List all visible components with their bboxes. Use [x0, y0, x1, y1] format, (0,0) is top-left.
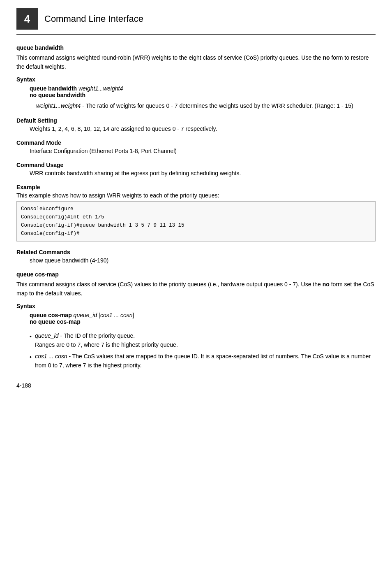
header-title: Command Line Interface: [44, 14, 143, 24]
syntax-cos-line-1: queue cos-map queue_id [cos1 ... cosn]: [30, 312, 376, 318]
syntax-commands-cos-map: queue cos-map queue_id [cos1 ... cosn] n…: [30, 312, 376, 325]
bullet-item-queue-id: • queue_id - The ID of the priority queu…: [30, 332, 376, 349]
bullet-dot-1: •: [30, 332, 32, 341]
bullet-content-cosn: cos1 ... cosn - The CoS values that are …: [35, 352, 376, 370]
page-number: 4-188: [16, 382, 31, 389]
syntax-label-cos-map: Syntax: [16, 303, 376, 309]
related-label: Related Commands: [16, 249, 376, 255]
syntax-line-2: no queue bandwidth: [30, 92, 376, 98]
bullet-sub-queue-id: Ranges are 0 to 7, where 7 is the highes…: [35, 341, 178, 348]
section-queue-bandwidth: queue bandwidth This command assigns wei…: [16, 44, 376, 264]
example-intro: This example shows how to assign WRR wei…: [16, 192, 376, 199]
chapter-number: 4: [24, 13, 30, 26]
command-usage-section: Command Usage WRR controls bandwidth sha…: [16, 162, 376, 176]
command-heading-queue-bandwidth: queue bandwidth: [16, 44, 376, 51]
default-text: Weights 1, 2, 4, 6, 8, 10, 12, 14 are as…: [30, 125, 376, 132]
usage-label: Command Usage: [16, 162, 376, 168]
command-heading-cos-map: queue cos-map: [16, 271, 376, 278]
page-header: 4 Command Line Interface: [16, 8, 376, 35]
syntax-cos-line-2: no queue cos-map: [30, 318, 376, 325]
default-setting-section: Default Setting Weights 1, 2, 4, 6, 8, 1…: [16, 117, 376, 132]
syntax-section-bandwidth: Syntax queue bandwidth weight1...weight4…: [16, 76, 376, 111]
code-block-bandwidth: Console#configure Console(config)#int et…: [16, 201, 376, 241]
example-label: Example: [16, 184, 376, 190]
related-text: show queue bandwidth (4-190): [30, 257, 376, 264]
default-label: Default Setting: [16, 117, 376, 124]
usage-text: WRR controls bandwidth sharing at the eg…: [30, 170, 376, 176]
mode-label: Command Mode: [16, 139, 376, 146]
section-queue-cos-map: queue cos-map This command assigns class…: [16, 271, 376, 370]
syntax-label-bandwidth: Syntax: [16, 76, 376, 83]
chapter-badge: 4: [16, 8, 38, 30]
syntax-line-1: queue bandwidth weight1...weight4: [30, 85, 376, 92]
bullet-item-cosn: • cos1 ... cosn - The CoS values that ar…: [30, 352, 376, 370]
related-commands-section: Related Commands show queue bandwidth (4…: [16, 249, 376, 264]
command-mode-section: Command Mode Interface Configuration (Et…: [16, 139, 376, 154]
page-footer: 4-188: [16, 382, 376, 389]
example-section: Example This example shows how to assign…: [16, 184, 376, 241]
syntax-commands-bandwidth: queue bandwidth weight1...weight4 no que…: [30, 85, 376, 98]
description-cos-map: This command assigns class of service (C…: [16, 280, 376, 298]
bullet-content-queue-id: queue_id - The ID of the priority queue.…: [35, 332, 178, 349]
description-queue-bandwidth: This command assigns weighted round-robi…: [16, 53, 376, 71]
mode-text: Interface Configuration (Ethernet Ports …: [30, 148, 376, 154]
syntax-section-cos-map: Syntax queue cos-map queue_id [cos1 ... …: [16, 303, 376, 325]
syntax-param-weight: weight1...weight4 - The ratio of weights…: [36, 102, 376, 111]
bullet-dot-2: •: [30, 353, 32, 362]
bullet-list-cos-map: • queue_id - The ID of the priority queu…: [30, 332, 376, 370]
